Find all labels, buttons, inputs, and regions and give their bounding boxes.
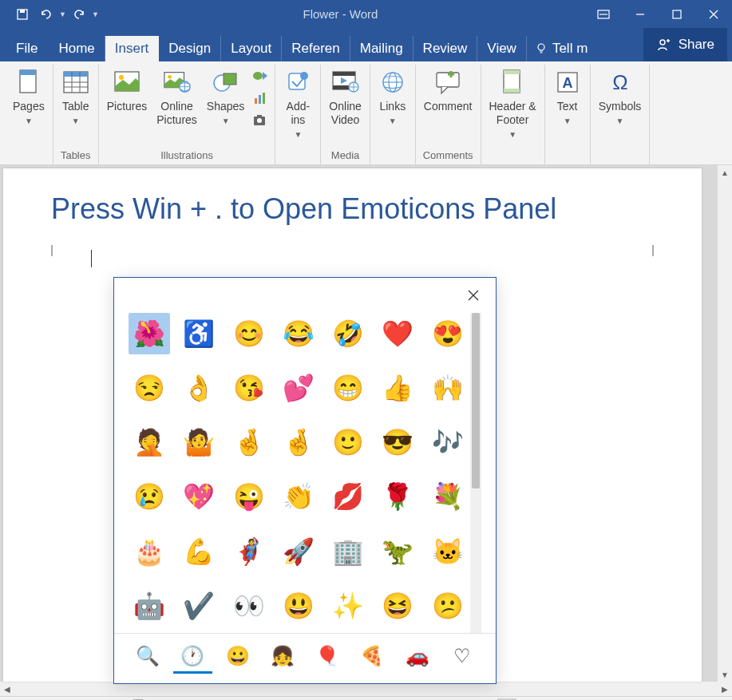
- scroll-up-icon[interactable]: ▲: [718, 165, 732, 180]
- emoji-cell[interactable]: 😊: [228, 313, 270, 354]
- emoji-cell[interactable]: ♿: [178, 313, 220, 354]
- svg-point-18: [119, 75, 124, 80]
- emoji-cell[interactable]: ✔️: [178, 585, 220, 627]
- emoji-cell[interactable]: 💋: [327, 476, 369, 517]
- emoji-cell[interactable]: 🦸: [228, 531, 270, 572]
- emoji-cell[interactable]: 😘: [228, 367, 270, 409]
- emoji-scroll-thumb[interactable]: [472, 313, 480, 488]
- menu-insert[interactable]: Insert: [105, 36, 160, 61]
- ribbon-links-button[interactable]: Links▼: [375, 65, 410, 144]
- ribbon-symbols-button[interactable]: ΩSymbols▼: [595, 65, 645, 144]
- emoji-cell[interactable]: 😜: [228, 476, 270, 517]
- document-page[interactable]: Press Win + . to Open Emoticons Panel 🌺♿…: [3, 168, 702, 682]
- ribbon-pages-button[interactable]: Pages▼: [10, 65, 48, 144]
- quick-access-toolbar: ▼ ▼: [0, 6, 96, 22]
- emoji-cell[interactable]: 🎂: [129, 531, 170, 572]
- emoji-tab-heart[interactable]: ♡: [443, 640, 481, 674]
- menu-layout[interactable]: Layout: [221, 36, 282, 61]
- scroll-down-icon[interactable]: ▼: [718, 667, 732, 682]
- menu-references[interactable]: Referen: [282, 36, 350, 61]
- emoji-cell[interactable]: 🤦: [129, 421, 170, 463]
- emoji-cell[interactable]: 😂: [278, 313, 319, 354]
- emoji-cell[interactable]: 🤣: [327, 313, 369, 354]
- emoji-cell[interactable]: ✨: [327, 585, 369, 627]
- emoji-cell[interactable]: 🏢: [327, 531, 369, 572]
- ribbon-group: Header &Footer▼: [481, 65, 545, 164]
- menu-design[interactable]: Design: [159, 36, 221, 61]
- emoji-cell[interactable]: 😍: [427, 313, 469, 354]
- redo-icon[interactable]: [71, 6, 87, 22]
- ribbon-group: PicturesOnlinePicturesShapes▼▼Illustrati…: [99, 65, 276, 164]
- emoji-cell[interactable]: 🤷: [178, 421, 220, 463]
- emoji-cell[interactable]: 😎: [377, 421, 418, 463]
- emoji-cell[interactable]: 😁: [327, 367, 369, 409]
- emoji-cell[interactable]: ❤️: [377, 313, 418, 354]
- emoji-cell[interactable]: 💕: [278, 367, 319, 409]
- smartart-icon[interactable]: [251, 66, 270, 85]
- menu-mailings[interactable]: Mailing: [350, 36, 413, 61]
- emoji-tab-celebration[interactable]: 🎈: [308, 640, 346, 674]
- emoji-cell[interactable]: 🐱: [427, 531, 469, 572]
- vertical-scrollbar[interactable]: ▲ ▼: [718, 165, 732, 682]
- ribbon-options-icon[interactable]: [585, 0, 622, 28]
- emoji-cell[interactable]: 😕: [427, 585, 469, 627]
- emoji-cell[interactable]: 😢: [129, 476, 170, 517]
- emoji-cell[interactable]: 😃: [278, 585, 319, 627]
- save-icon[interactable]: [14, 6, 30, 22]
- maximize-icon[interactable]: [659, 0, 695, 28]
- emoji-tab-search[interactable]: 🔍: [129, 640, 167, 674]
- emoji-cell[interactable]: 🚀: [278, 531, 319, 572]
- menu-view[interactable]: View: [477, 36, 527, 61]
- emoji-tab-smileys[interactable]: 😀: [219, 640, 257, 674]
- emoji-cell[interactable]: 💪: [178, 531, 220, 572]
- scroll-right-icon[interactable]: ▶: [718, 682, 732, 696]
- emoji-cell[interactable]: 🎶: [427, 421, 469, 463]
- emoji-tab-people[interactable]: 👧: [263, 640, 302, 674]
- emoji-tab-food[interactable]: 🍕: [353, 640, 391, 674]
- emoji-cell[interactable]: 🌺: [129, 313, 170, 354]
- ribbon-add-ins-button[interactable]: Add-ins▼: [280, 65, 315, 144]
- emoji-cell[interactable]: 👀: [228, 585, 270, 627]
- emoji-cell[interactable]: 🦖: [377, 531, 418, 572]
- screenshot-icon[interactable]: ▼: [251, 111, 270, 130]
- ribbon-shapes-button[interactable]: Shapes▼: [204, 65, 247, 144]
- ribbon-comment-button[interactable]: Comment: [421, 65, 476, 144]
- ribbon-text-button[interactable]: AText▼: [550, 65, 585, 144]
- scroll-left-icon[interactable]: ◀: [0, 682, 14, 696]
- ribbon-pictures-button[interactable]: Pictures: [104, 65, 151, 144]
- ribbon-table-button[interactable]: Table▼: [58, 65, 93, 144]
- minimize-icon[interactable]: [622, 0, 659, 28]
- emoji-close-icon[interactable]: [465, 287, 481, 303]
- emoji-tab-recent[interactable]: 🕐: [173, 640, 212, 674]
- emoji-cell[interactable]: 👍: [377, 367, 418, 409]
- menu-home[interactable]: Home: [49, 36, 105, 61]
- ribbon-header-footer-button[interactable]: Header &Footer▼: [486, 65, 540, 144]
- emoji-cell[interactable]: 👌: [178, 367, 220, 409]
- document-area: Press Win + . to Open Emoticons Panel 🌺♿…: [0, 165, 732, 682]
- emoji-cell[interactable]: 💐: [427, 476, 469, 517]
- emoji-cell[interactable]: 🤞: [228, 421, 270, 463]
- ribbon-online-pictures-button[interactable]: OnlinePictures: [153, 65, 200, 144]
- ribbon-online-video-button[interactable]: OnlineVideo: [326, 65, 364, 144]
- emoji-cell[interactable]: 💖: [178, 476, 220, 517]
- undo-icon[interactable]: [38, 6, 54, 22]
- emoji-cell[interactable]: 👏: [278, 476, 319, 517]
- emoji-cell[interactable]: 🙌: [427, 367, 469, 409]
- svg-rect-4: [673, 10, 681, 18]
- menu-review[interactable]: Review: [413, 36, 478, 61]
- emoji-cell[interactable]: 🌹: [377, 476, 418, 517]
- svg-rect-25: [255, 98, 257, 104]
- chart-icon[interactable]: [251, 89, 270, 108]
- close-icon[interactable]: [695, 0, 732, 28]
- emoji-cell[interactable]: 😆: [377, 585, 418, 627]
- emoji-cell[interactable]: 🙂: [327, 421, 369, 463]
- emoji-tab-transport[interactable]: 🚗: [398, 640, 437, 674]
- emoji-cell[interactable]: 🤖: [129, 585, 170, 627]
- emoji-cell[interactable]: 🤞: [278, 421, 319, 463]
- tell-me[interactable]: Tell m: [527, 36, 595, 61]
- emoji-cell[interactable]: 😒: [129, 367, 170, 409]
- menu-file[interactable]: File: [5, 36, 49, 61]
- share-button[interactable]: Share: [643, 28, 727, 61]
- svg-point-29: [257, 118, 262, 123]
- emoji-scrollbar[interactable]: [470, 313, 481, 633]
